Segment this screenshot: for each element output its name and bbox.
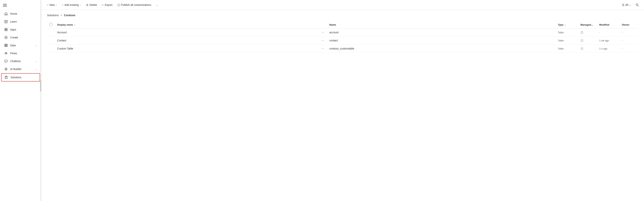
content-area: Solutions > Contoso Display name ⌄ — [42, 10, 644, 201]
new-plus-icon: + — [47, 4, 48, 7]
sidebar-item-apps[interactable]: Apps — [1, 26, 40, 33]
svg-point-20 — [6, 70, 6, 71]
svg-rect-34 — [581, 48, 583, 50]
new-button-label: New — [50, 4, 55, 7]
hamburger-button[interactable] — [0, 0, 41, 10]
chatbots-chevron-icon: ⌄ — [35, 60, 37, 63]
th-name-label: Name — [329, 23, 336, 26]
publish-button-label: Publish all customizations — [121, 4, 151, 7]
row-more-button-0[interactable]: ··· — [321, 30, 325, 35]
sidebar-item-create[interactable]: Create — [1, 34, 40, 41]
svg-rect-7 — [5, 28, 6, 29]
svg-rect-16 — [5, 46, 7, 47]
search-button[interactable] — [634, 2, 640, 8]
add-existing-button[interactable]: + Add existing ⌄ — [60, 2, 83, 8]
breadcrumb-current: Contoso — [64, 14, 76, 17]
row-modified-1: 1 wk ago — [597, 37, 620, 45]
row-checkbox-0[interactable] — [47, 29, 55, 37]
filter-chevron-icon: ⌄ — [629, 4, 631, 7]
th-owner: Owner — [620, 21, 638, 29]
svg-rect-32 — [581, 32, 583, 34]
th-display-name-label: Display name — [57, 23, 73, 26]
sidebar-scrollbar[interactable] — [40, 0, 41, 201]
th-name: Name — [327, 21, 556, 29]
svg-rect-14 — [5, 44, 7, 45]
new-chevron-icon: ⌄ — [56, 4, 57, 6]
breadcrumb-solutions-link[interactable]: Solutions — [47, 14, 59, 17]
svg-rect-9 — [5, 30, 6, 31]
sidebar-item-chatbots[interactable]: Chatbots ⌄ — [1, 57, 40, 65]
th-display-name[interactable]: Display name ⌄ — [55, 21, 318, 29]
sidebar-item-ai-builder-label: AI Builder — [10, 68, 22, 71]
filter-dropdown[interactable]: ☰ All ⌄ — [620, 3, 633, 7]
row-more-1[interactable]: ··· — [318, 37, 327, 45]
sidebar-item-learn-label: Learn — [10, 20, 17, 23]
data-icon — [4, 44, 8, 47]
table-row: Contact ··· contact Table 1 wk ago - — [47, 37, 638, 45]
more-button-label: ... — [156, 4, 158, 7]
sidebar-item-solutions-label: Solutions — [10, 76, 22, 79]
row-name-2: contoso_customtable — [327, 45, 556, 53]
th-owner-label: Owner — [622, 23, 629, 26]
th-type[interactable]: Type ⌄ — [556, 21, 578, 29]
new-button[interactable]: + New ⌄ — [45, 2, 59, 8]
publish-icon: ⬜ — [117, 4, 120, 7]
th-modified-label: Modified — [599, 23, 609, 26]
publish-button[interactable]: ⬜ Publish all customizations — [115, 2, 153, 8]
type-sort-icon: ⌄ — [564, 24, 566, 26]
row-display-name-2: Custom Table — [55, 45, 318, 53]
row-modified-0: - — [597, 29, 620, 37]
sidebar-item-data-label: Data — [10, 44, 16, 47]
row-modified-2: 1 h ago — [597, 45, 620, 53]
ai-builder-chevron-icon: ⌄ — [35, 68, 37, 70]
row-managed-2 — [578, 45, 597, 53]
row-owner-2: - — [620, 45, 638, 53]
more-button[interactable]: ... — [154, 2, 160, 8]
data-chevron-icon: ⌄ — [35, 44, 37, 47]
flows-icon — [4, 51, 8, 55]
header-select-circle[interactable] — [49, 23, 53, 26]
sidebar-item-data[interactable]: Data ⌄ — [1, 42, 40, 49]
row-type-2: Table — [556, 45, 578, 53]
row-more-0[interactable]: ··· — [318, 29, 327, 37]
add-existing-plus-icon: + — [62, 4, 64, 7]
svg-rect-15 — [5, 45, 7, 46]
svg-rect-8 — [6, 28, 7, 29]
delete-button-label: Delete — [90, 4, 97, 7]
sidebar-item-flows-label: Flows — [10, 52, 17, 55]
svg-line-31 — [638, 5, 638, 6]
row-more-button-1[interactable]: ··· — [321, 38, 325, 43]
row-checkbox-2[interactable] — [47, 45, 55, 53]
th-modified: Modified — [597, 21, 620, 29]
sidebar-item-flows[interactable]: Flows — [1, 50, 40, 57]
svg-rect-0 — [3, 4, 7, 4]
sidebar-item-solutions[interactable]: Solutions — [1, 73, 40, 82]
svg-rect-1 — [3, 5, 7, 6]
sidebar-item-home-label: Home — [10, 12, 17, 15]
row-managed-0 — [578, 29, 597, 37]
breadcrumb-separator: > — [60, 14, 62, 17]
svg-rect-10 — [6, 30, 7, 31]
row-more-button-2[interactable]: ··· — [321, 47, 325, 51]
export-button[interactable]: ↦ Export — [100, 2, 114, 8]
filter-label: All — [625, 4, 628, 7]
svg-point-19 — [6, 68, 6, 68]
sidebar-item-learn[interactable]: Learn — [1, 18, 40, 26]
row-type-0: Table — [556, 29, 578, 37]
display-name-sort-icon: ⌄ — [74, 24, 76, 26]
row-owner-1: - — [620, 37, 638, 45]
sidebar-item-ai-builder[interactable]: AI Builder ⌄ — [1, 65, 40, 73]
row-more-2[interactable]: ··· — [318, 45, 327, 53]
toolbar-right: ☰ All ⌄ — [620, 2, 640, 8]
row-checkbox-1[interactable] — [47, 37, 55, 45]
th-dots — [318, 21, 327, 29]
apps-icon — [4, 28, 8, 32]
table-row: Account ··· account Table - - — [47, 29, 638, 37]
solutions-icon — [4, 76, 8, 79]
row-managed-1 — [578, 37, 597, 45]
delete-button[interactable]: 🗑 Delete — [84, 2, 99, 8]
export-button-label: Export — [105, 4, 112, 7]
sidebar-item-home[interactable]: Home — [1, 10, 40, 18]
row-name-1: contact — [327, 37, 556, 45]
chatbots-icon — [4, 59, 8, 63]
